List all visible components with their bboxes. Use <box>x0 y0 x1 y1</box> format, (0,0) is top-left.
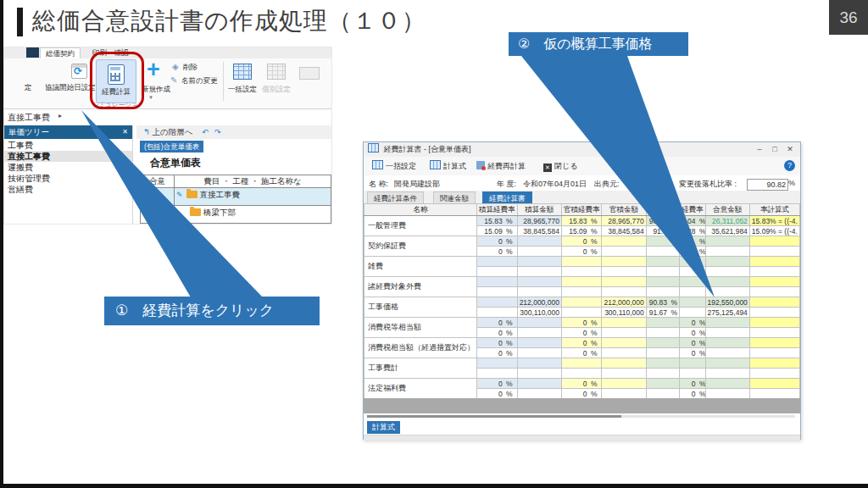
table-cell[interactable] <box>705 338 749 348</box>
table-cell[interactable] <box>646 257 679 267</box>
close-icon[interactable]: ✕ <box>122 125 128 139</box>
table-cell[interactable] <box>561 308 602 318</box>
table-cell[interactable] <box>646 338 679 348</box>
maximize-icon[interactable]: □ <box>768 142 782 157</box>
table-cell[interactable]: 0% <box>477 338 518 348</box>
table-cell[interactable] <box>602 369 646 379</box>
table-cell[interactable]: 0% <box>561 247 602 257</box>
table-cell[interactable] <box>561 287 602 297</box>
table-cell[interactable] <box>705 328 749 338</box>
table-cell[interactable] <box>679 267 705 277</box>
table-cell[interactable] <box>749 308 799 318</box>
table-cell[interactable] <box>517 236 561 247</box>
table-cell[interactable]: 192,550,000 <box>705 297 749 308</box>
table-cell[interactable] <box>646 247 679 257</box>
table-cell[interactable] <box>705 236 749 247</box>
table-cell[interactable]: 15.09% <box>477 226 518 236</box>
table-cell[interactable] <box>705 267 749 277</box>
table-cell[interactable]: 28,965,770 <box>602 216 646 226</box>
table-cell[interactable]: 38,845,584 <box>517 226 561 236</box>
table-cell[interactable] <box>517 318 561 328</box>
table-cell[interactable] <box>679 369 705 379</box>
table-cell[interactable] <box>749 277 799 287</box>
table-cell[interactable]: 15.83% <box>561 216 602 226</box>
table-cell[interactable] <box>602 287 646 297</box>
table-cell[interactable] <box>705 318 749 328</box>
item-cell[interactable]: ✎直接工事費 <box>175 188 331 206</box>
recalc-button[interactable]: 経費再計算 <box>476 160 526 172</box>
table-cell[interactable] <box>646 328 679 338</box>
minimize-icon[interactable]: – <box>753 142 766 157</box>
item-cell[interactable]: 橋梁下部 <box>175 206 331 224</box>
table-cell[interactable] <box>517 348 561 358</box>
table-cell[interactable]: 0% <box>561 379 602 389</box>
table-cell[interactable] <box>602 318 646 328</box>
table-cell[interactable] <box>749 328 799 338</box>
table-cell[interactable]: 275,125,494 <box>705 308 749 318</box>
redo-icon[interactable]: ↷ <box>211 127 221 136</box>
horizontal-scrollbar[interactable] <box>367 415 795 418</box>
table-cell[interactable] <box>517 267 561 277</box>
table-cell[interactable]: 15.83% = ((-4. <box>749 216 799 226</box>
table-cell[interactable] <box>749 338 799 348</box>
table-cell[interactable]: 91.67% <box>646 308 679 318</box>
table-cell[interactable] <box>477 297 518 308</box>
table-cell[interactable]: 26,311,052 <box>705 216 749 226</box>
rename-button[interactable]: 名前の変更 <box>181 76 218 86</box>
undo-icon[interactable]: ↶ <box>195 127 209 136</box>
table-cell[interactable] <box>561 297 602 308</box>
table-cell[interactable] <box>679 287 705 297</box>
dialog-title-bar[interactable]: 経費計算書 - [合意単価表] – □ ✕ <box>364 142 800 157</box>
table-cell[interactable]: 15.09% <box>561 226 602 236</box>
table-cell[interactable] <box>517 358 561 369</box>
table-cell[interactable] <box>646 379 679 389</box>
table-cell[interactable] <box>705 277 749 287</box>
table-cell[interactable] <box>602 389 646 399</box>
table-cell[interactable]: 0% <box>679 338 705 348</box>
table-cell[interactable] <box>705 358 749 369</box>
table-cell[interactable] <box>602 236 646 247</box>
tab-expense-statement[interactable]: 経費計算書 <box>482 191 532 204</box>
table-cell[interactable] <box>749 348 799 358</box>
table-cell[interactable] <box>749 379 799 389</box>
table-cell[interactable]: 300,110,000 <box>602 308 646 318</box>
table-cell[interactable]: 38,845,584 <box>602 226 646 236</box>
table-cell[interactable]: .28% <box>679 226 705 236</box>
table-cell[interactable] <box>749 297 799 308</box>
table-row[interactable]: ✎直接工事費 <box>141 188 331 206</box>
table-cell[interactable] <box>561 277 602 287</box>
close-button[interactable]: ✕閉じる <box>543 160 577 172</box>
table-cell[interactable] <box>561 267 602 277</box>
table-cell[interactable] <box>602 338 646 348</box>
table-row[interactable]: 橋梁下部 <box>141 206 331 224</box>
table-cell[interactable]: 15.09% = ((-4. <box>749 226 799 236</box>
table-cell[interactable]: 212,000,000 <box>517 297 561 308</box>
tab-related-amounts[interactable]: 関連金額 <box>433 191 476 204</box>
app-menu-icon[interactable] <box>26 47 39 58</box>
table-cell[interactable]: 0% <box>477 236 518 247</box>
table-cell[interactable] <box>602 348 646 358</box>
table-cell[interactable]: 0% <box>561 389 602 399</box>
scrollbar-thumb[interactable] <box>367 415 621 418</box>
table-cell[interactable] <box>517 277 561 287</box>
table-cell[interactable] <box>705 257 749 267</box>
table-cell[interactable] <box>477 267 518 277</box>
table-cell[interactable]: 0% <box>679 348 705 358</box>
table-cell[interactable] <box>749 236 799 247</box>
table-cell[interactable] <box>679 308 705 318</box>
delete-button[interactable]: 削除 <box>183 63 198 73</box>
sheet-tab-agreement-unit-price[interactable]: (包括)合意単価表 <box>140 141 203 152</box>
tree-item[interactable]: 工事費 <box>4 140 132 151</box>
table-cell[interactable]: 0% <box>477 247 518 257</box>
table-cell[interactable] <box>477 257 518 267</box>
table-cell[interactable]: 0% <box>679 379 705 389</box>
table-cell[interactable] <box>646 348 679 358</box>
table-cell[interactable]: 35,621,984 <box>705 226 749 236</box>
table-cell[interactable]: 0% <box>477 389 518 399</box>
table-cell[interactable]: % <box>679 247 705 257</box>
table-cell[interactable]: 90.83% <box>646 216 679 226</box>
table-cell[interactable] <box>679 297 705 308</box>
table-cell[interactable]: 0% <box>477 328 518 338</box>
table-cell[interactable]: 0% <box>561 348 602 358</box>
table-cell[interactable] <box>679 277 705 287</box>
